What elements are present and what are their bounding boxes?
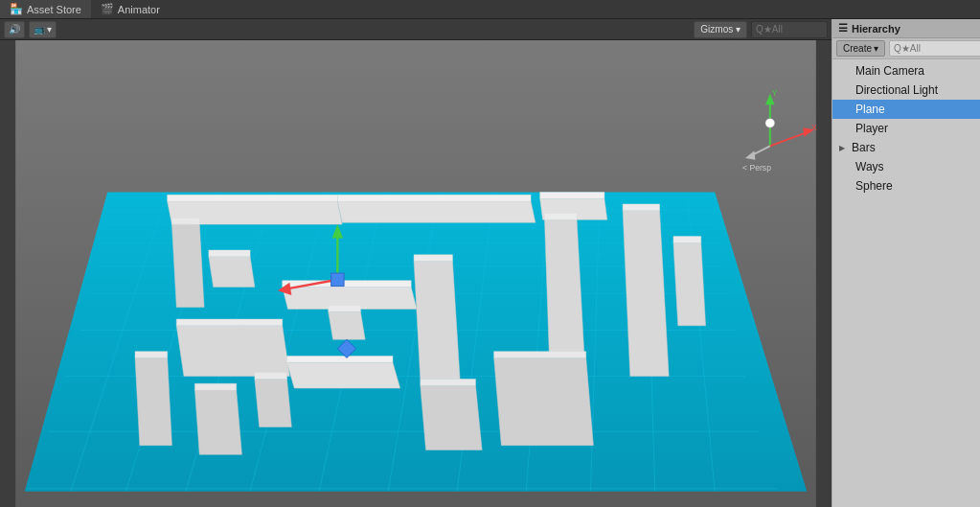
hierarchy-item-ways[interactable]: Ways	[832, 157, 980, 176]
hierarchy-list: Main Camera Directional Light Plane Play…	[832, 59, 980, 507]
svg-marker-51	[287, 356, 393, 362]
asset-store-tab[interactable]: 🏪 Asset Store	[0, 0, 91, 18]
svg-marker-29	[337, 195, 531, 201]
hierarchy-item-label: Main Camera	[855, 64, 924, 78]
display-button[interactable]: 📺 ▾	[29, 21, 57, 38]
asset-store-label: Asset Store	[27, 4, 81, 15]
svg-marker-50	[287, 362, 400, 388]
svg-marker-25	[168, 195, 338, 201]
svg-text:Y: Y	[772, 88, 778, 98]
svg-marker-57	[329, 306, 361, 312]
svg-marker-36	[673, 242, 706, 325]
animator-tab[interactable]: 🎬 Animator	[91, 0, 170, 18]
hierarchy-header: ☰ Hierarchy	[832, 19, 980, 38]
svg-text:< Persp: < Persp	[742, 163, 771, 173]
svg-marker-47	[194, 383, 236, 390]
hierarchy-item-plane[interactable]: Plane	[832, 100, 980, 119]
svg-rect-64	[331, 273, 344, 286]
display-dropdown-icon: ▾	[47, 24, 52, 35]
hierarchy-title: Hierarchy	[852, 23, 900, 35]
svg-marker-49	[255, 373, 287, 380]
svg-marker-59	[209, 250, 250, 257]
svg-marker-44	[135, 357, 171, 445]
svg-marker-37	[673, 237, 701, 243]
svg-marker-33	[544, 214, 577, 220]
svg-marker-54	[494, 357, 594, 445]
hierarchy-toolbar: Create ▾	[832, 38, 980, 59]
svg-marker-48	[255, 379, 291, 426]
gizmos-button[interactable]: Gizmos ▾	[694, 21, 747, 38]
scene-area: 🔊 📺 ▾ Gizmos ▾	[0, 19, 832, 507]
animator-label: Animator	[118, 4, 160, 15]
expand-arrow-bars[interactable]: ▶	[836, 142, 848, 153]
hierarchy-search-input[interactable]	[889, 40, 980, 57]
hierarchy-item-bars[interactable]: ▶ Bars	[832, 138, 980, 157]
hierarchy-item-player[interactable]: Player	[832, 119, 980, 138]
hierarchy-item-label: Sphere	[855, 179, 893, 193]
svg-marker-55	[494, 352, 586, 358]
create-dropdown-icon: ▾	[874, 43, 878, 54]
svg-marker-41	[414, 255, 452, 262]
hierarchy-panel: ☰ Hierarchy Create ▾ Main Camera Directi…	[832, 19, 980, 507]
svg-marker-26	[171, 224, 204, 307]
svg-marker-28	[337, 201, 536, 222]
svg-marker-45	[135, 352, 168, 358]
svg-text:X: X	[811, 123, 817, 132]
svg-marker-42	[176, 326, 289, 377]
hierarchy-item-label: Plane	[855, 103, 885, 116]
hierarchy-menu-icon: ☰	[838, 22, 848, 35]
scene-toolbar: 🔊 📺 ▾ Gizmos ▾	[0, 19, 832, 40]
audio-icon: 🔊	[9, 24, 20, 35]
svg-marker-53	[421, 379, 476, 385]
hierarchy-item-label: Ways	[855, 160, 884, 173]
scene-search-input[interactable]	[751, 21, 828, 38]
asset-store-icon: 🏪	[10, 3, 23, 16]
svg-point-74	[765, 119, 775, 128]
svg-marker-31	[540, 192, 604, 198]
svg-marker-58	[209, 257, 255, 288]
scene-3d-canvas: Y X < Persp	[0, 40, 832, 507]
create-label: Create	[843, 43, 872, 54]
main-layout: 🔊 📺 ▾ Gizmos ▾	[0, 19, 980, 507]
hierarchy-item-label: Player	[855, 122, 888, 135]
audio-button[interactable]: 🔊	[4, 21, 25, 38]
display-icon: 📺	[34, 24, 45, 35]
hierarchy-create-button[interactable]: Create ▾	[836, 40, 885, 57]
hierarchy-item-main-camera[interactable]: Main Camera	[832, 61, 980, 81]
scene-viewport[interactable]: Y X < Persp	[0, 40, 832, 507]
hierarchy-item-label: Bars	[852, 141, 876, 154]
svg-marker-46	[194, 390, 241, 454]
svg-marker-52	[421, 385, 482, 449]
gizmos-dropdown-icon: ▾	[736, 24, 741, 35]
gizmos-label: Gizmos	[700, 24, 733, 35]
svg-marker-35	[623, 204, 659, 211]
svg-marker-43	[176, 319, 282, 326]
hierarchy-item-sphere[interactable]: Sphere	[832, 176, 980, 196]
animator-icon: 🎬	[101, 3, 114, 16]
svg-marker-56	[329, 311, 365, 339]
svg-marker-27	[171, 218, 199, 224]
svg-marker-40	[414, 262, 460, 380]
hierarchy-item-directional-light[interactable]: Directional Light	[832, 81, 980, 100]
top-tab-bar: 🏪 Asset Store 🎬 Animator	[0, 0, 980, 19]
hierarchy-item-label: Directional Light	[855, 83, 938, 97]
